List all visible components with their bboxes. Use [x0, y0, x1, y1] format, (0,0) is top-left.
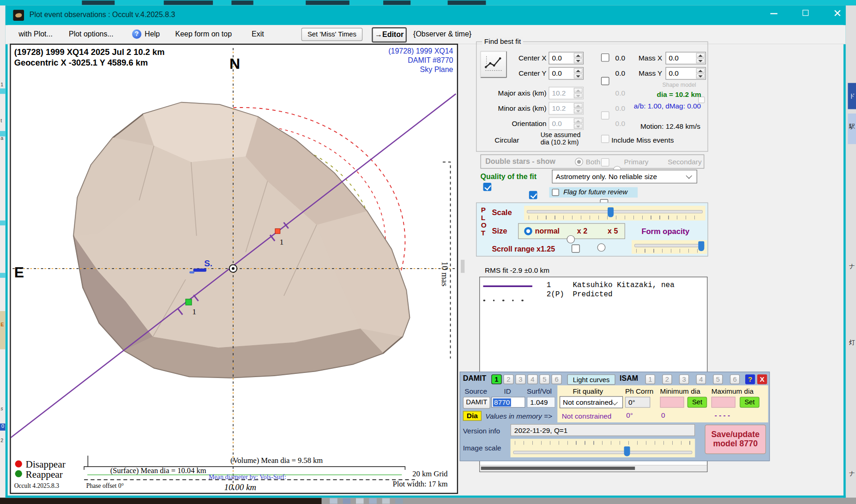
center-y-spinner[interactable] [574, 68, 583, 78]
minor-axis-label: Minor axis (km) [488, 104, 547, 113]
damit-model-6-button[interactable]: 6 [551, 374, 561, 384]
observer-list-hscrollbar[interactable] [480, 465, 707, 471]
min-dia-input[interactable] [660, 397, 684, 408]
dia-button[interactable]: Dia [463, 411, 482, 420]
mass-x-spinner[interactable] [696, 53, 705, 63]
damit-help-button[interactable]: ? [745, 374, 755, 384]
double-stars-group: Double stars - show Both Primary Seconda… [481, 155, 705, 169]
model-id-input[interactable]: 8770 [491, 397, 525, 408]
quality-dropdown[interactable]: Astrometry only. No reliable size [552, 170, 697, 184]
minor-axis-input: 10.2 [549, 102, 584, 114]
isam-model-6-button[interactable]: 6 [730, 374, 740, 384]
find-best-fit-title: Find best fit [482, 37, 523, 45]
object-plane: Sky Plane [420, 66, 453, 73]
center-x-checkbox[interactable] [601, 54, 609, 62]
form-opacity-slider-thumb[interactable] [698, 241, 704, 251]
major-axis-label: Major axis (km) [488, 89, 547, 97]
max-dia-set-button[interactable]: Set [740, 397, 760, 408]
min-dia-set-button[interactable]: Set [687, 397, 707, 408]
min-dia-header: Minimum dia [660, 387, 700, 395]
scale-label: Scale [492, 208, 512, 217]
light-curves-button[interactable]: Light curves [567, 374, 615, 384]
help-icon[interactable]: ? [132, 30, 141, 39]
id-header: ID [504, 387, 511, 395]
form-opacity-slider[interactable] [632, 240, 707, 254]
isam-model-3-button[interactable]: 3 [679, 374, 689, 384]
editor-button[interactable]: →Editor [372, 27, 407, 42]
damit-model-4-button[interactable]: 4 [527, 374, 537, 384]
set-miss-times-button[interactable]: Set 'Miss' Times [301, 28, 362, 41]
star-path-marker [193, 269, 206, 272]
plot-controls-panel: P L O T Scale Size normal x 2 x 5 Form o… [476, 203, 708, 257]
plot-letter-l: L [481, 213, 485, 222]
size-normal-label: normal [535, 227, 560, 235]
mass-x-input[interactable]: 0.0 [665, 52, 706, 64]
image-scale-slider-thumb[interactable] [624, 446, 630, 456]
center-x-label: Center X [496, 54, 547, 62]
plot-letter-p: P [481, 206, 486, 214]
star-label: S. [204, 258, 212, 268]
damit-model-2-button[interactable]: 2 [503, 374, 513, 384]
disappear-marker[interactable] [275, 228, 280, 234]
circular-checkbox[interactable] [483, 183, 491, 191]
scale-slider[interactable] [524, 206, 705, 221]
maximize-button[interactable] [795, 6, 817, 21]
damit-title: DAMIT [463, 374, 487, 383]
hscrollbar-thumb[interactable] [481, 467, 635, 470]
center-x-input[interactable]: 0.0 [549, 52, 584, 64]
isam-model-2-button[interactable]: 2 [662, 374, 672, 384]
menu-exit[interactable]: Exit [252, 30, 264, 38]
scroll-range-checkbox[interactable] [572, 245, 580, 253]
scale-slider-thumb[interactable] [608, 207, 614, 217]
damit-close-button[interactable]: X [757, 374, 767, 384]
isam-model-4-button[interactable]: 4 [696, 374, 706, 384]
reappear-marker[interactable] [186, 299, 192, 305]
bg-fragment: t [0, 118, 2, 123]
background-left-strip: 1 t a E s 0 2 [0, 6, 6, 498]
center-y-checkbox[interactable] [601, 77, 609, 85]
center-y-input[interactable]: 0.0 [549, 67, 584, 79]
damit-model-1-button[interactable]: 1 [491, 374, 501, 384]
mass-x-label: Mass X [634, 54, 662, 62]
observer-time-button[interactable]: {Observer & time} [413, 30, 471, 38]
background-right-strip: ド 駅 ナ 灯 ナ [846, 6, 856, 498]
menu-with-plot[interactable]: with Plot... [18, 30, 53, 38]
size-x2-radio[interactable] [567, 235, 575, 244]
menu-plot-options[interactable]: Plot options... [69, 30, 114, 38]
double-stars-title: Double stars - show [485, 157, 555, 166]
quality-label: Quality of the fit [481, 173, 537, 181]
north-label: N [229, 55, 240, 72]
size-normal-radio[interactable] [524, 227, 532, 235]
fit-quality-dropdown[interactable]: Not constrained [560, 396, 623, 408]
use-assumed-checkbox[interactable] [529, 191, 537, 199]
bg-fragment: E [0, 322, 4, 328]
image-scale-slider[interactable] [511, 439, 695, 457]
background-top-strip [0, 0, 856, 6]
save-update-button[interactable]: Save/update model 8770 [705, 425, 766, 454]
mass-y-input[interactable]: 0.0 [665, 67, 706, 79]
memory-fit-quality: Not constrained [562, 412, 612, 420]
find-best-fit-group: Find best fit Center X 0.0 0.0 Mass X 0.… [476, 42, 708, 152]
isam-model-5-button[interactable]: 5 [713, 374, 723, 384]
center-x-spinner[interactable] [574, 53, 583, 63]
damit-model-3-button[interactable]: 3 [515, 374, 525, 384]
ph-corrn-input[interactable]: 0° [625, 397, 650, 408]
size-label: Size [492, 227, 507, 235]
splitter-scrollbar[interactable] [461, 260, 464, 273]
minimize-button[interactable] [763, 6, 785, 21]
flag-review-checkbox[interactable] [552, 189, 559, 196]
memory-max-dia: - - - - [715, 411, 730, 419]
surface-dia-label: (Surface) Mean dia = 10.04 km [110, 466, 206, 475]
size-x5-radio[interactable] [597, 243, 606, 252]
source-button[interactable]: DAMIT [463, 397, 490, 409]
damit-model-5-button[interactable]: 5 [539, 374, 549, 384]
menu-keep-on-top[interactable]: Keep form on top [175, 30, 232, 38]
max-dia-input[interactable] [711, 397, 735, 408]
ph-corrn-header: Ph Corrn [625, 387, 654, 395]
bg-fragment: ナ [849, 469, 855, 478]
bg-fragment: 駅 [849, 122, 855, 131]
close-button[interactable] [826, 6, 848, 21]
menu-help[interactable]: Help [145, 30, 160, 38]
mass-y-spinner[interactable] [696, 68, 705, 78]
isam-model-1-button[interactable]: 1 [645, 374, 655, 384]
